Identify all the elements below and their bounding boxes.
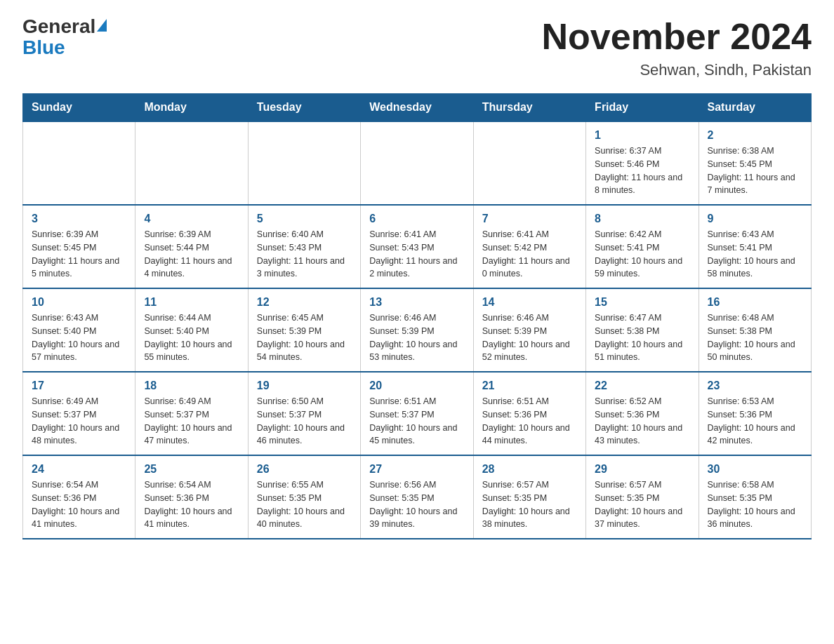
calendar-cell: 27Sunrise: 6:56 AMSunset: 5:35 PMDayligh…	[361, 455, 473, 539]
calendar-cell: 13Sunrise: 6:46 AMSunset: 5:39 PMDayligh…	[361, 288, 473, 372]
calendar-cell: 8Sunrise: 6:42 AMSunset: 5:41 PMDaylight…	[586, 205, 699, 288]
day-info: Sunrise: 6:54 AMSunset: 5:36 PMDaylight:…	[32, 478, 126, 531]
calendar-cell	[248, 121, 360, 205]
header: General Blue November 2024 Sehwan, Sindh…	[22, 17, 812, 79]
calendar-cell: 24Sunrise: 6:54 AMSunset: 5:36 PMDayligh…	[23, 455, 135, 539]
logo-general-text: General	[22, 17, 95, 36]
logo-blue-text: Blue	[22, 36, 65, 59]
day-info: Sunrise: 6:44 AMSunset: 5:40 PMDaylight:…	[144, 311, 239, 364]
calendar-cell: 18Sunrise: 6:49 AMSunset: 5:37 PMDayligh…	[135, 372, 248, 455]
calendar-cell: 10Sunrise: 6:43 AMSunset: 5:40 PMDayligh…	[23, 288, 135, 372]
calendar-cell	[473, 121, 585, 205]
day-info: Sunrise: 6:49 AMSunset: 5:37 PMDaylight:…	[144, 395, 239, 448]
calendar-cell: 5Sunrise: 6:40 AMSunset: 5:43 PMDaylight…	[248, 205, 360, 288]
day-number: 3	[32, 213, 126, 225]
calendar-cell: 29Sunrise: 6:57 AMSunset: 5:35 PMDayligh…	[586, 455, 699, 539]
calendar-cell: 4Sunrise: 6:39 AMSunset: 5:44 PMDaylight…	[135, 205, 248, 288]
calendar-week-row-5: 24Sunrise: 6:54 AMSunset: 5:36 PMDayligh…	[23, 455, 812, 539]
calendar-cell: 9Sunrise: 6:43 AMSunset: 5:41 PMDaylight…	[699, 205, 811, 288]
day-number: 21	[482, 380, 577, 392]
day-info: Sunrise: 6:48 AMSunset: 5:38 PMDaylight:…	[708, 311, 802, 364]
day-number: 1	[595, 129, 689, 142]
calendar-week-row-3: 10Sunrise: 6:43 AMSunset: 5:40 PMDayligh…	[23, 288, 812, 372]
day-number: 15	[595, 296, 689, 309]
weekday-header-wednesday: Wednesday	[361, 94, 473, 122]
logo-triangle-icon	[97, 19, 107, 32]
day-number: 26	[257, 463, 352, 476]
weekday-header-sunday: Sunday	[23, 94, 135, 122]
day-number: 23	[708, 380, 802, 392]
calendar-cell: 1Sunrise: 6:37 AMSunset: 5:46 PMDaylight…	[586, 121, 699, 205]
calendar-cell: 17Sunrise: 6:49 AMSunset: 5:37 PMDayligh…	[23, 372, 135, 455]
day-info: Sunrise: 6:49 AMSunset: 5:37 PMDaylight:…	[32, 395, 126, 448]
calendar-cell: 14Sunrise: 6:46 AMSunset: 5:39 PMDayligh…	[473, 288, 585, 372]
day-info: Sunrise: 6:40 AMSunset: 5:43 PMDaylight:…	[257, 228, 352, 281]
title-area: November 2024 Sehwan, Sindh, Pakistan	[542, 17, 812, 79]
calendar-cell	[23, 121, 135, 205]
day-info: Sunrise: 6:39 AMSunset: 5:44 PMDaylight:…	[144, 228, 239, 281]
weekday-header-friday: Friday	[586, 94, 699, 122]
month-title: November 2024	[542, 17, 812, 57]
weekday-header-thursday: Thursday	[473, 94, 585, 122]
day-number: 8	[595, 213, 689, 225]
day-number: 28	[482, 463, 577, 476]
location-subtitle: Sehwan, Sindh, Pakistan	[542, 61, 812, 79]
calendar-cell: 11Sunrise: 6:44 AMSunset: 5:40 PMDayligh…	[135, 288, 248, 372]
calendar-cell: 12Sunrise: 6:45 AMSunset: 5:39 PMDayligh…	[248, 288, 360, 372]
day-number: 30	[708, 463, 802, 476]
day-number: 11	[144, 296, 239, 309]
calendar-cell: 25Sunrise: 6:54 AMSunset: 5:36 PMDayligh…	[135, 455, 248, 539]
calendar-cell: 15Sunrise: 6:47 AMSunset: 5:38 PMDayligh…	[586, 288, 699, 372]
day-info: Sunrise: 6:43 AMSunset: 5:41 PMDaylight:…	[708, 228, 802, 281]
calendar-week-row-4: 17Sunrise: 6:49 AMSunset: 5:37 PMDayligh…	[23, 372, 812, 455]
day-info: Sunrise: 6:52 AMSunset: 5:36 PMDaylight:…	[595, 395, 689, 448]
day-info: Sunrise: 6:58 AMSunset: 5:35 PMDaylight:…	[708, 478, 802, 531]
day-number: 17	[32, 380, 126, 392]
day-number: 12	[257, 296, 352, 309]
calendar-cell: 2Sunrise: 6:38 AMSunset: 5:45 PMDaylight…	[699, 121, 811, 205]
day-info: Sunrise: 6:46 AMSunset: 5:39 PMDaylight:…	[482, 311, 577, 364]
day-info: Sunrise: 6:37 AMSunset: 5:46 PMDaylight:…	[595, 145, 689, 197]
day-info: Sunrise: 6:54 AMSunset: 5:36 PMDaylight:…	[144, 478, 239, 531]
day-info: Sunrise: 6:55 AMSunset: 5:35 PMDaylight:…	[257, 478, 352, 531]
weekday-header-saturday: Saturday	[699, 94, 811, 122]
calendar-cell: 30Sunrise: 6:58 AMSunset: 5:35 PMDayligh…	[699, 455, 811, 539]
day-number: 6	[369, 213, 464, 225]
calendar-cell: 7Sunrise: 6:41 AMSunset: 5:42 PMDaylight…	[473, 205, 585, 288]
day-number: 10	[32, 296, 126, 309]
day-number: 16	[708, 296, 802, 309]
calendar-week-row-2: 3Sunrise: 6:39 AMSunset: 5:45 PMDaylight…	[23, 205, 812, 288]
day-info: Sunrise: 6:38 AMSunset: 5:45 PMDaylight:…	[708, 145, 802, 197]
day-number: 4	[144, 213, 239, 225]
day-number: 24	[32, 463, 126, 476]
day-info: Sunrise: 6:42 AMSunset: 5:41 PMDaylight:…	[595, 228, 689, 281]
day-info: Sunrise: 6:39 AMSunset: 5:45 PMDaylight:…	[32, 228, 126, 281]
day-number: 13	[369, 296, 464, 309]
day-number: 20	[369, 380, 464, 392]
day-number: 2	[708, 129, 802, 142]
day-number: 19	[257, 380, 352, 392]
calendar-cell: 3Sunrise: 6:39 AMSunset: 5:45 PMDaylight…	[23, 205, 135, 288]
day-info: Sunrise: 6:45 AMSunset: 5:39 PMDaylight:…	[257, 311, 352, 364]
day-number: 18	[144, 380, 239, 392]
day-info: Sunrise: 6:57 AMSunset: 5:35 PMDaylight:…	[482, 478, 577, 531]
day-number: 27	[369, 463, 464, 476]
day-number: 25	[144, 463, 239, 476]
day-info: Sunrise: 6:47 AMSunset: 5:38 PMDaylight:…	[595, 311, 689, 364]
weekday-header-row: SundayMondayTuesdayWednesdayThursdayFrid…	[23, 94, 812, 122]
calendar-cell: 6Sunrise: 6:41 AMSunset: 5:43 PMDaylight…	[361, 205, 473, 288]
calendar-cell: 19Sunrise: 6:50 AMSunset: 5:37 PMDayligh…	[248, 372, 360, 455]
day-info: Sunrise: 6:51 AMSunset: 5:37 PMDaylight:…	[369, 395, 464, 448]
weekday-header-tuesday: Tuesday	[248, 94, 360, 122]
day-info: Sunrise: 6:41 AMSunset: 5:42 PMDaylight:…	[482, 228, 577, 281]
day-number: 14	[482, 296, 577, 309]
calendar-cell: 23Sunrise: 6:53 AMSunset: 5:36 PMDayligh…	[699, 372, 811, 455]
calendar-cell	[361, 121, 473, 205]
calendar-cell: 20Sunrise: 6:51 AMSunset: 5:37 PMDayligh…	[361, 372, 473, 455]
day-info: Sunrise: 6:50 AMSunset: 5:37 PMDaylight:…	[257, 395, 352, 448]
day-info: Sunrise: 6:43 AMSunset: 5:40 PMDaylight:…	[32, 311, 126, 364]
day-info: Sunrise: 6:41 AMSunset: 5:43 PMDaylight:…	[369, 228, 464, 281]
day-info: Sunrise: 6:57 AMSunset: 5:35 PMDaylight:…	[595, 478, 689, 531]
day-number: 29	[595, 463, 689, 476]
day-info: Sunrise: 6:53 AMSunset: 5:36 PMDaylight:…	[708, 395, 802, 448]
